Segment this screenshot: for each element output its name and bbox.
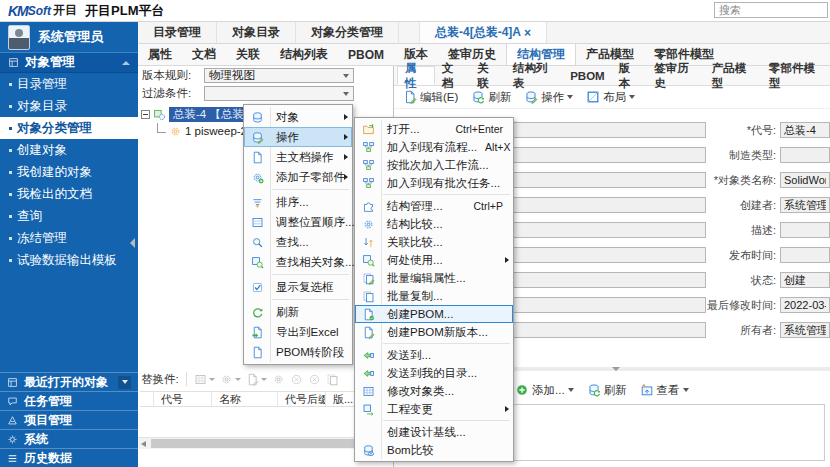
scroll-left-icon[interactable] [141,441,146,447]
menu-item-find-related-objects[interactable]: 查找相关对象... [244,252,352,272]
submenu-item-bom-compare[interactable]: Bom比较 [355,441,513,459]
detail-tab[interactable]: 产品模型 [705,66,762,85]
sidebar-section-task-manage[interactable]: 任务管理 [0,391,138,410]
sidebar-item-freeze-manage[interactable]: 冻结管理 [0,227,138,249]
sidebar-section-recent-objects[interactable]: 最近打开的对象 [0,372,138,391]
edit-button[interactable]: 编辑(E) [403,90,458,105]
detail-tab[interactable]: 关联 [470,66,506,85]
detail-tab[interactable]: PBOM [563,66,612,85]
form-value-input[interactable] [780,147,830,163]
refresh-button[interactable]: 刷新 [471,90,511,105]
sidebar-item-test-data-output-template[interactable]: 试验数据输出模板 [0,249,138,271]
submenu-item-structure-compare[interactable]: 结构比较... [355,215,513,233]
replace-edit-button[interactable] [246,373,267,386]
sidebar-collapse-handle[interactable] [130,238,135,248]
sidebar-item-create-object[interactable]: 创建对象 [0,139,138,161]
table-column-header[interactable]: 版... [326,392,356,406]
sidebar-section-system[interactable]: 系统 [0,429,138,448]
dropdown-caret-icon[interactable] [629,95,635,99]
menu-item-export-to-excel[interactable]: 导出到Excel [244,322,352,342]
object-tab[interactable]: 结构列表 [270,44,338,65]
filter-select[interactable] [204,86,354,101]
menu-item-sort[interactable]: 排序... [244,192,352,212]
detail-tab[interactable]: 版本 [612,66,648,85]
menu-item-adjust-position-order[interactable]: 调整位置顺序... [244,212,352,232]
object-tab[interactable]: PBOM [338,44,394,65]
layout-button[interactable]: 布局 [586,90,635,105]
detail-tab[interactable]: 结构列表 [506,66,563,85]
form-value-input[interactable] [780,122,830,138]
object-tab[interactable]: 关联 [226,44,270,65]
sidebar-item-my-checked-out-docs[interactable]: 我检出的文档 [0,183,138,205]
replace-cancel-2-button[interactable] [308,373,321,386]
submenu-item-join-existing-flow[interactable]: 加入到现有流程... Alt+X [355,138,513,156]
form-value-input[interactable] [780,297,830,313]
submenu-item-batch-copy[interactable]: 批量复制... [355,287,513,305]
sidebar-item-object-catalog[interactable]: 对象目录 [0,95,138,117]
dropdown-caret-icon[interactable] [567,95,573,99]
submenu-item-engineering-change[interactable]: 工程变更 [355,400,513,418]
add-button[interactable]: 添加... [515,383,574,398]
menu-item-main-doc-operate[interactable]: 主文档操作 [244,147,352,167]
detail-tab[interactable]: 属性 [397,66,435,85]
submenu-item-batch-join-workflow[interactable]: 按批次加入工作流... [355,156,513,174]
submenu-item-send-to-my-catalog[interactable]: 发送到我的目录... [355,364,513,382]
sidebar-item-query[interactable]: 查询 [0,205,138,227]
table-column-header[interactable]: 代号 [154,392,212,406]
table-column-header[interactable]: 代号后缀 [278,392,326,406]
menu-item-refresh[interactable]: 刷新 [244,302,352,322]
object-tab[interactable]: 属性 [138,44,182,65]
submenu-item-structure-manage[interactable]: 结构管理... Ctrl+P [355,197,513,215]
main-tab-object-catalog[interactable]: 对象目录 [217,22,296,43]
sidebar-item-my-created-objects[interactable]: 我创建的对象 [0,161,138,183]
sidebar-section-project-manage[interactable]: 项目管理 [0,410,138,429]
submenu-item-modify-object-class[interactable]: 修改对象类... [355,382,513,400]
main-tab-object-classify-manage[interactable]: 对象分类管理 [296,22,399,43]
sidebar-item-catalog-manage[interactable]: 目录管理 [0,73,138,95]
submenu-item-where-used[interactable]: 何处使用... [355,251,513,269]
menu-item-pbom-to-stage[interactable]: PBOM转阶段 [244,342,352,362]
row-selector-column[interactable] [140,392,154,406]
replace-gear2-button[interactable] [272,373,285,386]
view-button[interactable]: 查看 [640,383,689,398]
object-tab[interactable]: 文档 [182,44,226,65]
menu-item-show-checkbox[interactable]: 显示复选框 [244,277,352,297]
dropdown-caret-icon[interactable] [683,388,689,392]
detail-tab[interactable]: 文档 [435,66,471,85]
detail-tab[interactable]: 零部件模型 [762,66,830,85]
menu-item-operate[interactable]: 操作 [244,127,352,147]
submenu-item-create-pbom[interactable]: 创建PBOM... [355,305,513,323]
submenu-item-create-design-baseline[interactable]: 创建设计基线... [355,423,513,441]
table-column-header[interactable]: 名称 [212,392,278,406]
submenu-item-send-to[interactable]: 发送到... [355,346,513,364]
tree-expander[interactable] [157,123,166,133]
sidebar-section-history-data[interactable]: 历史数据 [0,448,138,467]
form-value-input[interactable] [780,172,830,188]
tree-expander[interactable] [141,110,150,119]
submenu-item-batch-edit-attrs[interactable]: 批量编辑属性... [355,269,513,287]
replace-copy-button[interactable] [326,373,339,386]
dropdown-caret-icon[interactable] [568,388,574,392]
form-value-input[interactable] [780,247,830,263]
submenu-item-relation-compare[interactable]: 关联比较... [355,233,513,251]
sidebar-item-object-classify-manage[interactable]: 对象分类管理 [0,117,138,139]
sidebar-section-object-manage[interactable]: 对象管理 [0,52,138,73]
detail-tab[interactable]: 签审历史 [647,66,704,85]
footer-refresh-button[interactable]: 刷新 [587,383,627,398]
search-input[interactable] [714,2,828,18]
form-value-input[interactable] [780,272,830,288]
replace-gear-button[interactable] [220,373,241,386]
collapse-arrow-icon[interactable] [122,61,130,65]
main-tab-catalog-manage[interactable]: 目录管理 [138,22,217,43]
replace-cancel-1-button[interactable] [290,373,303,386]
form-value-input[interactable] [780,197,830,213]
form-value-input[interactable] [780,322,830,338]
menu-item-add-child-part[interactable]: 添加子零部件 [244,167,352,187]
menu-item-object[interactable]: 对象 [244,107,352,127]
main-tab-zongzhuang-4[interactable]: 总装-4[总装-4]A × [419,22,547,43]
submenu-item-open[interactable]: 打开... Ctrl+Enter [355,120,513,138]
version-rule-select[interactable]: 物理视图 [204,68,354,83]
dropdown-caret-icon[interactable] [118,376,131,389]
submenu-item-create-pbom-new-version[interactable]: 创建PBOM新版本... [355,323,513,341]
form-value-input[interactable] [780,222,830,238]
